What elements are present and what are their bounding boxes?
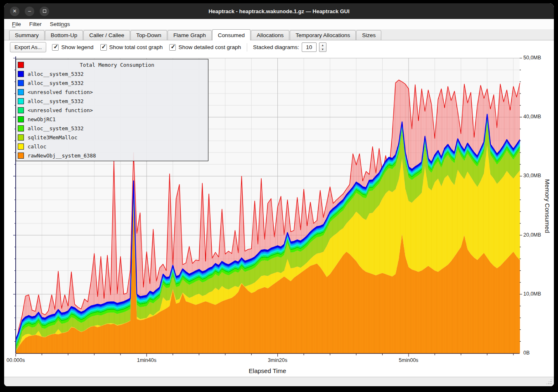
checkbox-box[interactable]: ✓ [100, 44, 107, 51]
window-title: Heaptrack - heaptrack.wakunode.1.gz — He… [208, 8, 350, 14]
tab-consumed[interactable]: Consumed [212, 29, 251, 40]
checkbox-show-total-cost-graph[interactable]: ✓Show total cost graph [100, 44, 163, 51]
legend-item-unresolved-function: <unresolved function> [18, 87, 206, 96]
tab-sizes[interactable]: Sizes [356, 30, 381, 40]
legend-item-alloc-system-5332: alloc__system_5332 [18, 69, 206, 78]
checkbox-label: Show legend [61, 44, 93, 50]
checkbox-group: ✓Show legend✓Show total cost graph✓Show … [52, 44, 241, 51]
y-tick-label: 30,0MB [523, 173, 541, 178]
minimize-icon[interactable]: – [25, 7, 34, 16]
legend-label: <unresolved function> [28, 89, 93, 95]
checkbox-label: Show detailed cost graph [178, 44, 241, 50]
consumed-chart: Total Memory Consumptionalloc__system_53… [4, 54, 554, 377]
menu-settings[interactable]: Settings [46, 20, 74, 28]
stacked-diagrams-control: Stacked diagrams: 10 ▲ ▼ [253, 42, 326, 52]
legend-label: newObjRC1 [28, 116, 56, 122]
spin-down-icon[interactable]: ▼ [319, 47, 326, 52]
legend-swatch-icon [18, 134, 24, 141]
legend-swatch-icon [18, 153, 24, 159]
y-tick-label: 0B [523, 350, 530, 356]
y-tick-label: 40,0MB [523, 114, 541, 120]
title-bar: ✕ – Heaptrack - heaptrack.wakunode.1.gz … [4, 3, 554, 19]
window-controls: ✕ – [10, 3, 49, 19]
toolbar-separator [247, 43, 247, 52]
legend-swatch-icon [18, 125, 24, 131]
legend-item-alloc-system-5332: alloc__system_5332 [18, 124, 206, 133]
maximize-icon[interactable] [40, 7, 49, 16]
tab-bottom-up[interactable]: Bottom-Up [45, 30, 83, 40]
legend-swatch-icon [18, 116, 24, 122]
menu-file[interactable]: File [8, 20, 25, 28]
x-tick-label: 5min00s [392, 357, 425, 363]
spinbox-arrows: ▲ ▼ [319, 42, 326, 52]
legend-label: alloc__system_5332 [28, 71, 83, 77]
x-tick-label: 1min40s [130, 357, 163, 363]
y-tick-label: 20,0MB [523, 232, 541, 238]
legend-item-calloc: calloc [18, 142, 206, 151]
legend-swatch-icon [18, 71, 24, 77]
tab-flame-graph[interactable]: Flame Graph [168, 30, 212, 40]
legend-swatch-icon [18, 143, 24, 150]
status-bar [4, 377, 554, 386]
legend-item-rawnewobj-system-6388: rawNewObj__system_6388 [18, 151, 206, 160]
legend-label: Total Memory Consumption [28, 62, 206, 68]
x-axis-title: Elapsed Time [226, 367, 309, 374]
tab-caller-callee[interactable]: Caller / Callee [83, 30, 130, 40]
legend-label: calloc [28, 143, 46, 150]
x-tick-label: 00.000s [4, 357, 32, 363]
legend-swatch-icon [18, 107, 24, 113]
tab-bar: SummaryBottom-UpCaller / CalleeTop-DownF… [4, 29, 554, 40]
y-axis-title: Memory Consumed [544, 179, 551, 233]
legend-item-alloc-system-5332: alloc__system_5332 [18, 96, 206, 106]
checkbox-show-detailed-cost-graph[interactable]: ✓Show detailed cost graph [169, 44, 241, 51]
chart-legend: Total Memory Consumptionalloc__system_53… [16, 59, 208, 161]
legend-item-unresolved-function: <unresolved function> [18, 106, 206, 115]
y-tick-label: 50,0MB [523, 55, 541, 61]
checkbox-box[interactable]: ✓ [52, 44, 59, 51]
legend-item-sqlite3memmalloc: sqlite3MemMalloc [18, 133, 206, 142]
menu-bar: FileFilterSettings [4, 19, 554, 29]
close-icon[interactable]: ✕ [10, 7, 19, 16]
resize-grip-icon[interactable] [546, 379, 552, 385]
legend-label: alloc__system_5332 [28, 98, 83, 104]
app-window: ✕ – Heaptrack - heaptrack.wakunode.1.gz … [4, 3, 554, 386]
tab-top-down[interactable]: Top-Down [130, 30, 167, 40]
export-as-button[interactable]: Export As... [10, 42, 46, 52]
legend-label: <unresolved function> [28, 107, 93, 113]
menu-filter[interactable]: Filter [26, 20, 45, 28]
legend-item-newobjrc1: newObjRC1 [18, 115, 206, 124]
x-tick-label: 3min20s [261, 357, 294, 363]
legend-label: alloc__system_5332 [28, 80, 83, 86]
y-tick-label: 10,0MB [523, 291, 541, 297]
spin-up-icon[interactable]: ▲ [319, 43, 326, 47]
toolbar: Export As... ✓Show legend✓Show total cos… [4, 40, 554, 54]
tab-allocations[interactable]: Allocations [251, 30, 289, 40]
legend-item-alloc-system-5332: alloc__system_5332 [18, 78, 206, 87]
legend-label: alloc__system_5332 [28, 125, 83, 131]
legend-title-row: Total Memory Consumption [18, 60, 206, 69]
legend-label: sqlite3MemMalloc [28, 134, 77, 141]
tab-summary[interactable]: Summary [9, 30, 45, 40]
checkbox-label: Show total cost graph [109, 44, 163, 50]
tab-temporary-allocations[interactable]: Temporary Allocations [290, 30, 356, 40]
legend-swatch-icon [18, 89, 24, 95]
legend-label: rawNewObj__system_6388 [28, 153, 96, 159]
checkbox-show-legend[interactable]: ✓Show legend [52, 44, 93, 51]
legend-swatch-icon [18, 98, 24, 104]
stacked-diagrams-label: Stacked diagrams: [253, 44, 299, 50]
legend-swatch-icon [18, 80, 24, 86]
legend-swatch-icon [18, 62, 24, 68]
checkbox-box[interactable]: ✓ [169, 44, 176, 51]
stacked-diagrams-spinbox[interactable]: 10 [302, 42, 317, 52]
